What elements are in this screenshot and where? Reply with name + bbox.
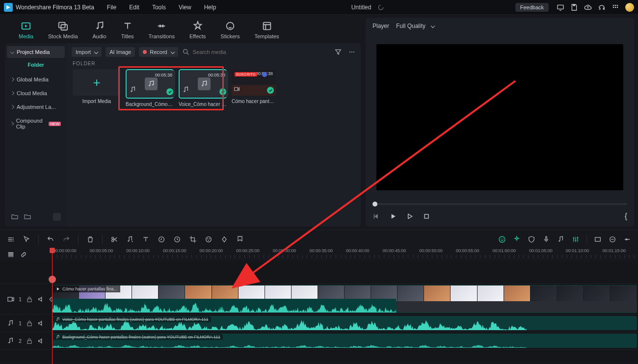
speed-icon[interactable] <box>173 235 181 243</box>
sidebar-compound-clip[interactable]: Compound ClipNEW <box>7 115 65 132</box>
display-icon[interactable] <box>557 3 564 11</box>
track-options-icon[interactable] <box>7 251 15 259</box>
ai-icon[interactable] <box>498 235 506 243</box>
tab-stickers[interactable]: Stickers <box>220 21 239 39</box>
audio-clip-background[interactable]: Background_Cómo hacer pantallas finales … <box>52 334 637 348</box>
scrub-bar[interactable] <box>372 203 627 205</box>
sidebar-global-media[interactable]: Global Media <box>7 74 65 85</box>
sidebar-project-media[interactable]: Project Media <box>7 46 65 58</box>
undo-icon[interactable] <box>47 235 54 243</box>
collapse-sidebar-button[interactable] <box>53 213 61 221</box>
playhead-knob[interactable] <box>49 276 56 283</box>
sidebar-adjustment-layer[interactable]: Adjustment La... <box>7 101 65 113</box>
mute-icon[interactable] <box>37 337 45 345</box>
apps-grid-icon[interactable] <box>611 3 619 11</box>
scrub-handle[interactable] <box>372 202 377 207</box>
save-icon[interactable] <box>570 3 578 11</box>
audio-edit-icon[interactable] <box>126 235 134 243</box>
tab-titles[interactable]: Titles <box>121 21 134 39</box>
import-dropdown[interactable]: Import <box>72 47 102 57</box>
headphones-icon[interactable] <box>598 3 606 11</box>
media-item[interactable]: 00:05:38 Voice_Cómo hacer pa... <box>179 69 227 107</box>
svg-rect-9 <box>59 23 65 28</box>
quality-dropdown[interactable]: Full Quality <box>396 23 434 29</box>
tab-audio[interactable]: Audio <box>93 21 106 39</box>
mixer-icon[interactable] <box>572 235 580 243</box>
fit-icon[interactable] <box>594 235 602 243</box>
crop-icon[interactable] <box>189 235 197 243</box>
speed-down-icon[interactable] <box>158 235 165 243</box>
zoom-slider-icon[interactable] <box>623 235 631 243</box>
track-head-video[interactable]: 1 <box>0 284 52 314</box>
timeline-ruler[interactable]: 00:00:00:0000:00:05:0000:00:10:0000:00:1… <box>52 248 638 261</box>
track-head-audio2[interactable]: 2 <box>0 332 52 349</box>
svg-point-22 <box>202 85 203 86</box>
filter-icon[interactable] <box>334 48 342 56</box>
playhead-handle[interactable] <box>50 248 55 253</box>
play-alt-icon[interactable] <box>406 212 414 220</box>
record-dropdown[interactable]: Record <box>139 47 178 57</box>
import-media-tile[interactable]: + Import Media <box>73 69 121 104</box>
svg-point-42 <box>503 238 504 239</box>
media-item[interactable]: 00:05:38 SUSCRITO Cómo hacer pantallas .… <box>232 69 276 104</box>
audio-clip-voice[interactable]: Voice_Cómo hacer pantallas finales (outr… <box>52 316 637 330</box>
svg-point-46 <box>575 239 577 241</box>
sidebar-cloud-media[interactable]: Cloud Media <box>7 87 65 99</box>
menu-file[interactable]: File <box>102 2 121 13</box>
lock-icon[interactable] <box>26 337 33 345</box>
preview-canvas[interactable] <box>376 44 623 190</box>
ruler-label: 00:00:45:00 <box>382 248 419 253</box>
tab-effects[interactable]: Effects <box>189 21 206 39</box>
tab-transitions[interactable]: Transitions <box>149 21 175 39</box>
more-icon[interactable] <box>348 48 356 56</box>
user-avatar[interactable] <box>625 3 634 12</box>
svg-rect-51 <box>8 252 14 254</box>
lock-icon[interactable] <box>26 295 33 303</box>
prev-frame-icon[interactable] <box>372 212 380 220</box>
svg-point-61 <box>56 320 57 321</box>
search-input[interactable] <box>193 49 262 55</box>
play-icon[interactable] <box>389 212 397 220</box>
ai-image-button[interactable]: AI Image <box>106 47 135 57</box>
marker-add-icon[interactable] <box>236 235 244 243</box>
keyframe-icon[interactable] <box>220 235 228 243</box>
menu-tools[interactable]: Tools <box>147 2 171 13</box>
cloud-upload-icon[interactable] <box>584 3 592 11</box>
sidebar-folder[interactable]: Folder <box>7 60 65 72</box>
sidebar-item-label: Project Media <box>17 49 50 55</box>
tab-templates[interactable]: Templates <box>254 21 279 39</box>
tab-media[interactable]: Media <box>19 21 33 39</box>
menu-help[interactable]: Help <box>199 2 221 13</box>
link-icon[interactable] <box>20 251 27 259</box>
redo-icon[interactable] <box>62 235 70 243</box>
lock-icon[interactable] <box>26 319 33 327</box>
mute-icon[interactable] <box>37 295 45 303</box>
folder-icon[interactable] <box>24 213 31 221</box>
delete-icon[interactable] <box>86 235 94 243</box>
stop-icon[interactable] <box>423 212 430 220</box>
shield-icon[interactable] <box>528 235 535 243</box>
music-note-icon[interactable] <box>557 235 565 243</box>
playhead[interactable] <box>52 248 53 364</box>
split-icon[interactable] <box>110 235 118 243</box>
sparkle-icon[interactable] <box>513 235 521 243</box>
tab-stock-media[interactable]: Stock Media <box>48 21 78 39</box>
feedback-button[interactable]: Feedback <box>515 3 549 12</box>
svg-point-13 <box>227 23 234 30</box>
mic-icon[interactable] <box>542 235 550 243</box>
menu-edit[interactable]: Edit <box>124 2 144 13</box>
menu-view[interactable]: View <box>174 2 196 13</box>
media-item[interactable]: 00:05:38 Background_Cómo ha... <box>126 69 174 107</box>
mute-icon[interactable] <box>37 319 45 327</box>
svg-point-4 <box>617 4 618 6</box>
zoom-out-icon[interactable] <box>609 235 616 243</box>
track-head-audio1[interactable]: 1 <box>0 314 52 332</box>
pointer-icon[interactable] <box>23 235 30 243</box>
video-clip[interactable]: Cómo hacer pantallas fina... <box>52 285 637 313</box>
cloud-sync-icon[interactable] <box>377 3 385 11</box>
color-icon[interactable] <box>205 235 213 243</box>
text-icon[interactable] <box>142 235 150 243</box>
options-icon[interactable] <box>7 235 15 243</box>
folder-add-icon[interactable] <box>11 213 19 221</box>
marker-icon[interactable]: { <box>625 212 627 221</box>
